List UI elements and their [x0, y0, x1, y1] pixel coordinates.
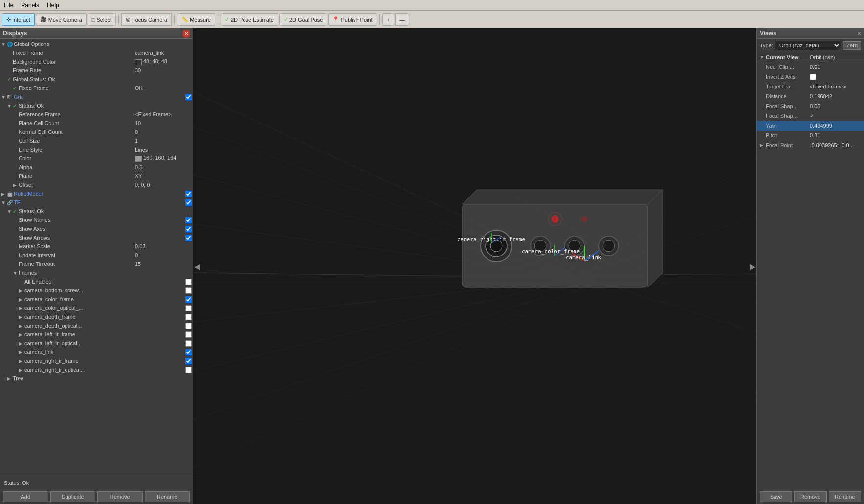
expand-grid[interactable]: ▼	[1, 94, 7, 100]
tree-row-bg-color[interactable]: Background Color 48; 48; 48	[0, 57, 193, 66]
tree-row-fixed-frame-ok[interactable]: ✓ Fixed Frame OK	[0, 84, 193, 92]
right-panel-close[interactable]: ✕	[857, 31, 861, 36]
expand-tf[interactable]: ▼	[1, 200, 7, 205]
tree-row-reference-frame[interactable]: Reference Frame <Fixed Frame>	[0, 110, 193, 119]
views-row-invert-z[interactable]: Invert Z Axis	[757, 72, 864, 82]
tree-row-plane-cell[interactable]: Plane Cell Count 10	[0, 119, 193, 128]
robot-model-checkbox[interactable]	[185, 191, 192, 197]
interact-button[interactable]: ⊹ Interact	[2, 13, 35, 26]
tree-row-cam-left-ir[interactable]: ▶ camera_left_ir_frame	[0, 330, 193, 339]
expand-cam-color[interactable]: ▶	[19, 297, 24, 302]
menu-file[interactable]: File	[2, 1, 15, 10]
views-save-button[interactable]: Save	[760, 491, 792, 502]
tree-row-cam-left-ir-opt[interactable]: ▶ camera_left_ir_optical...	[0, 339, 193, 348]
menu-help[interactable]: Help	[45, 1, 61, 10]
expand-cam-right-ir[interactable]: ▶	[19, 358, 24, 364]
tree-row-normal-cell[interactable]: Normal Cell Count 0	[0, 128, 193, 136]
remove-button[interactable]: Remove	[97, 491, 143, 502]
viewport-right-arrow[interactable]: ▶	[750, 262, 755, 271]
views-row-pitch[interactable]: Pitch 0.31	[757, 131, 864, 140]
tree-row-offset[interactable]: ▶ Offset 0; 0; 0	[0, 180, 193, 189]
duplicate-button[interactable]: Duplicate	[50, 491, 96, 502]
views-type-select[interactable]: Orbit (rviz_defau	[775, 41, 841, 50]
minus-button[interactable]: —	[395, 13, 409, 26]
tree-row-show-arrows[interactable]: Show Arrows	[0, 233, 193, 242]
show-names-checkbox[interactable]	[185, 217, 192, 223]
views-row-distance[interactable]: Distance 0.196842	[757, 91, 864, 101]
expand-tree[interactable]: ▶	[7, 376, 13, 381]
tree-row-alpha[interactable]: Alpha 0.5	[0, 163, 193, 172]
tree-row-fixed-frame[interactable]: Fixed Frame camera_link	[0, 48, 193, 57]
tree-row-global-options[interactable]: ▼ 🌐 Global Options	[0, 40, 193, 48]
tree-row-tree[interactable]: ▶ Tree	[0, 374, 193, 383]
tree-row-cam-depth[interactable]: ▶ camera_depth_frame	[0, 312, 193, 321]
tree-row-plane[interactable]: Plane XY	[0, 172, 193, 180]
expand-offset[interactable]: ▶	[13, 182, 19, 188]
add-button[interactable]: Add	[3, 491, 48, 502]
views-row-focal-point[interactable]: ▶ Focal Point -0.0039265; -0.0...	[757, 140, 864, 150]
tree-row-update-interval[interactable]: Update Interval 0	[0, 251, 193, 260]
measure-button[interactable]: 📏 Measure	[177, 13, 215, 26]
cam-right-ir-checkbox[interactable]	[185, 358, 192, 364]
cam-link-checkbox[interactable]	[185, 349, 192, 355]
cam-left-ir-opt-checkbox[interactable]	[185, 340, 192, 347]
tree-row-global-status[interactable]: ✓ Global Status: Ok	[0, 75, 193, 84]
tree-row-frame-timeout[interactable]: Frame Timeout 15	[0, 260, 193, 268]
cam-color-checkbox[interactable]	[185, 296, 192, 303]
views-row-target-frame[interactable]: Target Fra... <Fixed Frame>	[757, 82, 864, 91]
tree-row-grid-color[interactable]: Color 160; 160; 164	[0, 154, 193, 163]
current-view-expand[interactable]: ▼	[760, 55, 766, 60]
expand-cam-left-ir[interactable]: ▶	[19, 332, 24, 337]
tree-row-cam-right-ir-opt[interactable]: ▶ camera_right_ir_optica...	[0, 365, 193, 374]
expand-cam-right-ir-opt[interactable]: ▶	[19, 367, 24, 373]
tf-checkbox[interactable]	[185, 199, 192, 206]
tree-row-grid-status[interactable]: ▼ ✓ Status: Ok	[0, 101, 193, 110]
views-row-yaw[interactable]: Yaw 0.494999	[757, 121, 864, 131]
2d-pose-button[interactable]: ✓ 2D Pose Estimate	[221, 13, 278, 26]
expand-cam-link[interactable]: ▶	[19, 350, 24, 355]
expand-cam-left-ir-opt[interactable]: ▶	[19, 341, 24, 346]
rename-button[interactable]: Rename	[145, 491, 190, 502]
views-remove-button[interactable]: Remove	[794, 491, 826, 502]
views-zero-button[interactable]: Zero	[843, 41, 861, 50]
tree-row-marker-scale[interactable]: Marker Scale 0.03	[0, 242, 193, 251]
focus-camera-button[interactable]: ◎ Focus Camera	[121, 13, 172, 26]
tree-row-tf[interactable]: ▼ 🔗 TF	[0, 198, 193, 207]
tree-row-all-enabled[interactable]: All Enabled	[0, 277, 193, 286]
plus-button[interactable]: +	[382, 13, 394, 26]
show-axes-checkbox[interactable]	[185, 226, 192, 232]
expand-grid-status[interactable]: ▼	[7, 103, 13, 109]
expand-cam-depth[interactable]: ▶	[19, 314, 24, 320]
tree-row-cam-bottom[interactable]: ▶ camera_bottom_screw...	[0, 286, 193, 295]
select-button[interactable]: □ Select	[88, 13, 116, 26]
cam-depth-opt-checkbox[interactable]	[185, 323, 192, 329]
cam-left-ir-checkbox[interactable]	[185, 331, 192, 338]
expand-frames[interactable]: ▼	[13, 270, 19, 276]
move-camera-button[interactable]: 🎥 Move Camera	[36, 13, 87, 26]
cam-right-ir-opt-checkbox[interactable]	[185, 367, 192, 373]
all-enabled-checkbox[interactable]	[185, 279, 192, 285]
views-row-near-clip[interactable]: Near Clip ... 0.01	[757, 62, 864, 72]
tree-row-frame-rate[interactable]: Frame Rate 30	[0, 66, 193, 75]
tree-row-frames[interactable]: ▼ Frames	[0, 268, 193, 277]
tree-row-line-style[interactable]: Line Style Lines	[0, 145, 193, 154]
tree-row-cell-size[interactable]: Cell Size 1	[0, 136, 193, 145]
expand-tf-status[interactable]: ▼	[7, 209, 13, 214]
panel-close-button[interactable]: ✕	[183, 30, 190, 37]
invert-z-checkbox[interactable]	[810, 74, 816, 80]
cam-bottom-checkbox[interactable]	[185, 287, 192, 294]
publish-point-button[interactable]: 📍 Publish Point	[328, 13, 377, 26]
viewport-left-arrow[interactable]: ◀	[194, 262, 200, 271]
views-rename-button[interactable]: Rename	[829, 491, 861, 502]
views-row-focal-shape-1[interactable]: Focal Shap... 0.05	[757, 101, 864, 111]
tree-area[interactable]: ▼ 🌐 Global Options Fixed Frame camera_li…	[0, 39, 193, 477]
tree-row-cam-depth-opt[interactable]: ▶ camera_depth_optical...	[0, 321, 193, 330]
show-arrows-checkbox[interactable]	[185, 235, 192, 241]
tree-row-cam-link[interactable]: ▶ camera_link	[0, 348, 193, 356]
tree-row-grid[interactable]: ▼ ⊞ Grid	[0, 92, 193, 101]
tree-row-cam-color-opt[interactable]: ▶ camera_color_optical_...	[0, 304, 193, 312]
tree-row-tf-status[interactable]: ▼ ✓ Status: Ok	[0, 207, 193, 216]
tree-row-cam-color[interactable]: ▶ camera_color_frame	[0, 295, 193, 304]
tree-row-cam-right-ir[interactable]: ▶ camera_right_ir_frame	[0, 356, 193, 365]
tree-row-show-axes[interactable]: Show Axes	[0, 224, 193, 233]
